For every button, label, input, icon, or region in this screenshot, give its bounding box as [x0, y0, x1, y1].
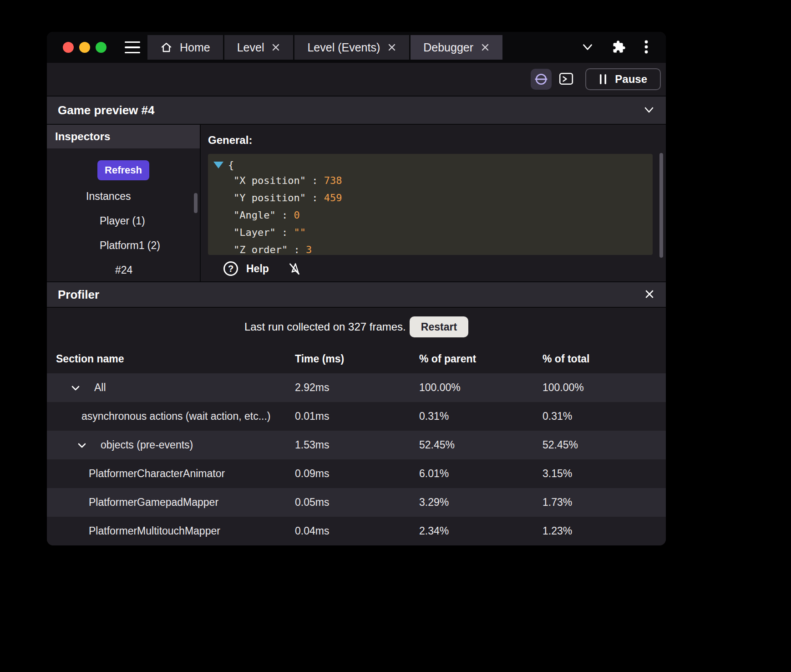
- tree-item-label: Platform1 (2): [100, 239, 160, 252]
- column-header-percent-total: % of total: [543, 353, 666, 365]
- close-icon[interactable]: [271, 43, 280, 52]
- tree-item-instances[interactable]: Instances: [47, 184, 200, 209]
- section-name: PlatformerGamepadMapper: [89, 496, 218, 509]
- section-percent-parent: 100.00%: [419, 382, 543, 394]
- json-property-row: "Y position" : 459: [213, 189, 647, 207]
- close-icon: [644, 289, 655, 300]
- collapse-tabs-button[interactable]: [581, 41, 594, 55]
- inspectors-header: Inspectors: [47, 125, 200, 148]
- refresh-button[interactable]: Refresh: [97, 160, 149, 180]
- general-title: General:: [208, 134, 666, 147]
- disable-picker-button[interactable]: [287, 261, 302, 276]
- titlebar-actions: [581, 40, 666, 56]
- section-name: PlatformerMultitouchMapper: [89, 525, 220, 537]
- close-profiler-button[interactable]: [644, 289, 655, 301]
- section-name: All: [94, 382, 106, 394]
- column-header-section-name: Section name: [47, 353, 295, 365]
- inspectors-scrollbar-thumb[interactable]: [194, 193, 198, 213]
- tree-item-player[interactable]: Player (1): [47, 209, 200, 233]
- inspectors-panel: Inspectors Refresh Instances Player (1) …: [47, 125, 201, 281]
- property-value: 459: [324, 192, 342, 204]
- restart-button[interactable]: Restart: [410, 316, 468, 337]
- property-value: "": [294, 227, 306, 238]
- extensions-button[interactable]: [612, 40, 626, 55]
- debugger-main: Inspectors Refresh Instances Player (1) …: [47, 125, 666, 281]
- app-window: Home Level Level (Events) Debugger: [47, 32, 666, 545]
- collapse-triangle-icon[interactable]: [213, 162, 223, 168]
- section-name: asynchronous actions (wait action, etc..…: [81, 410, 270, 423]
- chevron-down-icon: [581, 41, 594, 53]
- pause-button-label: Pause: [615, 73, 647, 86]
- general-panel: General: { "X position" : 738 "Y positio…: [201, 125, 666, 281]
- property-separator: :: [306, 175, 324, 186]
- pause-button[interactable]: Pause: [585, 68, 661, 90]
- json-open-brace: {: [228, 159, 234, 171]
- section-time: 0.01ms: [295, 410, 419, 423]
- collapse-preview-button[interactable]: [643, 104, 655, 117]
- json-property-row: "Layer" : "": [213, 224, 647, 241]
- debugger-toolbar: Pause: [47, 63, 666, 96]
- property-key: "Layer": [233, 227, 276, 238]
- tab-level[interactable]: Level: [224, 35, 294, 60]
- table-row[interactable]: PlatformerCharacterAnimator 0.09ms 6.01%…: [47, 459, 666, 488]
- chevron-down-icon[interactable]: [70, 382, 81, 394]
- more-options-button[interactable]: [644, 40, 649, 56]
- tab-level-events[interactable]: Level (Events): [294, 35, 409, 60]
- circle-pause-icon: [534, 72, 548, 87]
- section-time: 1.53ms: [295, 439, 419, 451]
- close-icon[interactable]: [481, 43, 490, 52]
- open-console-button[interactable]: [558, 71, 574, 88]
- tab-label: Level (Events): [307, 41, 380, 54]
- general-scrollbar-thumb[interactable]: [659, 153, 663, 258]
- section-time: 2.92ms: [295, 382, 419, 394]
- close-window-button[interactable]: [63, 42, 74, 53]
- tab-label: Level: [237, 41, 264, 54]
- tab-home[interactable]: Home: [147, 35, 223, 60]
- help-icon: ?: [223, 261, 238, 276]
- crossed-cursor-icon: [287, 261, 302, 276]
- tree-item-platform1[interactable]: Platform1 (2): [47, 233, 200, 258]
- home-icon: [160, 41, 172, 54]
- section-percent-parent: 6.01%: [419, 468, 543, 480]
- section-time: 0.09ms: [295, 468, 419, 480]
- table-row[interactable]: PlatformerMultitouchMapper 0.04ms 2.34% …: [47, 517, 666, 545]
- table-row[interactable]: PlatformerGamepadMapper 0.05ms 3.29% 1.7…: [47, 488, 666, 517]
- main-menu-button[interactable]: [125, 41, 140, 54]
- inspectors-title: Inspectors: [55, 130, 110, 143]
- property-separator: :: [306, 192, 324, 204]
- help-label: Help: [246, 263, 269, 275]
- table-row[interactable]: asynchronous actions (wait action, etc..…: [47, 402, 666, 431]
- section-percent-total: 52.45%: [543, 439, 666, 451]
- json-property-row: "X position" : 738: [213, 172, 647, 189]
- property-value: 738: [324, 175, 342, 186]
- tab-label: Debugger: [423, 41, 473, 54]
- close-icon[interactable]: [387, 43, 396, 52]
- profiler-section-header: Profiler: [47, 281, 666, 308]
- column-header-percent-parent: % of parent: [419, 353, 543, 365]
- pause-on-error-button[interactable]: [531, 69, 552, 90]
- table-row[interactable]: All 2.92ms 100.00% 100.00%: [47, 373, 666, 402]
- minimize-window-button[interactable]: [79, 42, 90, 53]
- section-percent-total: 3.15%: [543, 468, 666, 480]
- profiler-table-body: All 2.92ms 100.00% 100.00% asynchronous …: [47, 373, 666, 545]
- tab-debugger[interactable]: Debugger: [411, 35, 502, 60]
- inspectors-tree: Instances Player (1) Platform1 (2) #24: [47, 184, 200, 281]
- tree-item-label: #24: [115, 264, 132, 276]
- chevron-down-icon[interactable]: [76, 439, 88, 451]
- titlebar: Home Level Level (Events) Debugger: [47, 32, 666, 63]
- profiler-content: Last run collected on 327 frames. Restar…: [47, 308, 666, 545]
- chevron-down-icon: [643, 104, 655, 116]
- help-button[interactable]: ? Help: [223, 261, 269, 276]
- section-name: objects (pre-events): [101, 439, 193, 451]
- hamburger-icon: [125, 41, 140, 54]
- property-separator: :: [276, 209, 294, 221]
- tree-item-instance-24[interactable]: #24: [47, 258, 200, 281]
- section-percent-parent: 2.34%: [419, 525, 543, 537]
- property-value: 3: [306, 244, 312, 255]
- property-key: "Y position": [233, 192, 306, 204]
- puzzle-icon: [612, 40, 626, 54]
- property-separator: :: [276, 227, 294, 238]
- table-row[interactable]: objects (pre-events) 1.53ms 52.45% 52.45…: [47, 431, 666, 459]
- zoom-window-button[interactable]: [96, 42, 106, 53]
- console-icon: [558, 71, 574, 87]
